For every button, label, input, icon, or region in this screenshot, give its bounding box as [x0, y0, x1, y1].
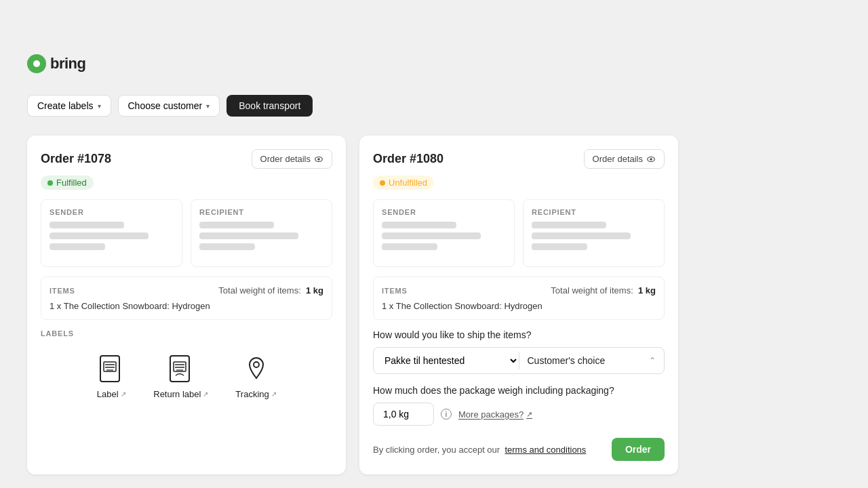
label-item-tracking[interactable]: Tracking ↗ [235, 355, 276, 399]
items-weight-text: Total weight of items: 1 kg [218, 285, 323, 296]
order-header-1078: Order #1078 Order details [41, 149, 332, 169]
order-button[interactable]: Order [612, 438, 665, 461]
sender-box-1078: SENDER [41, 199, 182, 267]
item-line: 1 x The Collection Snowboard: Hydrogen [50, 301, 323, 311]
blurred-name [532, 222, 606, 228]
label-item-return[interactable]: Return label ↗ [153, 355, 208, 399]
blurred-street [199, 232, 298, 239]
create-labels-button[interactable]: Create labels ▾ [27, 95, 111, 117]
status-dot [47, 180, 53, 186]
external-link-icon: ↗ [121, 390, 126, 398]
weight-row: i More packages? ↗ [373, 403, 665, 426]
return-label-icon [166, 355, 196, 385]
status-badge-fulfilled: Fulfilled [41, 176, 94, 190]
address-grid-1080: SENDER RECIPIENT [373, 199, 665, 267]
blurred-city [532, 243, 587, 250]
external-link-icon: ↗ [526, 410, 532, 419]
logo: bring [27, 54, 841, 73]
order-details-button-1078[interactable]: Order details [252, 149, 332, 169]
ship-question: How would you like to ship the items? [373, 329, 665, 340]
terms-row: By clicking order, you accept our terms … [373, 438, 665, 461]
ship-customer-choice[interactable]: Customer's choice ⌃ [519, 348, 665, 373]
items-header: ITEMS Total weight of items: 1 kg [50, 285, 323, 296]
items-section-1078: ITEMS Total weight of items: 1 kg 1 x Th… [41, 277, 332, 320]
order-card-1080: Order #1080 Order details Unfulfilled SE… [359, 136, 678, 474]
label-icon [96, 355, 126, 385]
item-line: 1 x The Collection Snowboard: Hydrogen [382, 301, 656, 311]
weight-question: How much does the package weigh includin… [373, 385, 665, 396]
tracking-icon [241, 355, 271, 385]
items-section-1080: ITEMS Total weight of items: 1 kg 1 x Th… [373, 277, 665, 320]
blurred-street [50, 232, 149, 239]
weight-input[interactable] [373, 403, 434, 426]
book-transport-button[interactable]: Book transport [226, 95, 313, 117]
orders-grid: Order #1078 Order details Fulfilled SEND… [27, 136, 678, 474]
chevron-down-icon: ▾ [206, 102, 210, 110]
eye-icon [646, 155, 656, 164]
blurred-city [382, 243, 437, 250]
eye-icon [314, 155, 323, 164]
order-title-1080: Order #1080 [373, 152, 443, 166]
order-title-1078: Order #1078 [41, 152, 111, 166]
terms-link[interactable]: terms and conditions [505, 445, 586, 455]
toolbar: Create labels ▾ Choose customer ▾ Book t… [27, 95, 841, 117]
external-link-icon: ↗ [271, 390, 277, 398]
blurred-city [50, 243, 105, 250]
sender-box-1080: SENDER [373, 199, 515, 267]
blurred-city [199, 243, 255, 250]
ship-select-wrapper: Pakke til hentested Customer's choice ⌃ [373, 347, 665, 374]
choose-customer-button[interactable]: Choose customer ▾ [118, 95, 220, 117]
recipient-box-1078: RECIPIENT [191, 199, 332, 267]
info-icon: i [441, 409, 452, 420]
labels-icons: Label ↗ [41, 348, 332, 406]
tracking-text: Tracking ↗ [235, 389, 276, 399]
blurred-name [50, 222, 124, 228]
status-badge-unfulfilled: Unfulfilled [373, 176, 434, 190]
logo-icon [27, 54, 46, 73]
ship-type-select[interactable]: Pakke til hentested [374, 348, 519, 373]
order-details-button-1080[interactable]: Order details [584, 149, 665, 169]
chevron-down-icon: ▾ [98, 102, 101, 110]
svg-point-14 [650, 158, 652, 161]
status-dot [380, 180, 385, 186]
label-item-label[interactable]: Label ↗ [96, 355, 126, 399]
terms-text: By clicking order, you accept our terms … [373, 445, 586, 455]
logo-text: bring [50, 55, 86, 73]
svg-rect-2 [100, 356, 119, 382]
order-header-1080: Order #1080 Order details [373, 149, 665, 169]
order-card-1078: Order #1078 Order details Fulfilled SEND… [27, 136, 346, 474]
return-label-text: Return label ↗ [153, 389, 208, 399]
more-packages-link[interactable]: More packages? ↗ [458, 409, 532, 420]
blurred-name [199, 222, 274, 228]
ship-section: How would you like to ship the items? Pa… [373, 329, 665, 461]
blurred-street [532, 232, 631, 239]
items-header: ITEMS Total weight of items: 1 kg [382, 285, 656, 296]
blurred-street [382, 232, 481, 239]
label-text: Label ↗ [97, 389, 126, 399]
chevron-down-icon: ⌃ [649, 356, 656, 365]
items-weight-text: Total weight of items: 1 kg [551, 285, 656, 296]
blurred-name [382, 222, 456, 228]
labels-section: LABELS [41, 329, 332, 406]
svg-point-1 [317, 158, 320, 161]
address-grid-1078: SENDER RECIPIENT [41, 199, 332, 267]
recipient-box-1080: RECIPIENT [523, 199, 665, 267]
external-link-icon: ↗ [203, 390, 208, 398]
svg-rect-7 [170, 356, 189, 382]
